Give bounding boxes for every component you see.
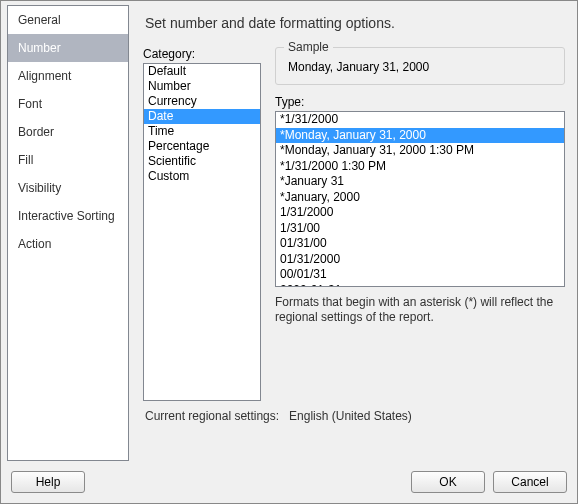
sidebar-item-interactive-sorting[interactable]: Interactive Sorting (8, 202, 128, 230)
type-item[interactable]: *January 31 (276, 174, 564, 190)
ok-button[interactable]: OK (411, 471, 485, 493)
sample-legend: Sample (284, 40, 333, 54)
type-item[interactable]: 1/31/2000 (276, 205, 564, 221)
category-item-time[interactable]: Time (144, 124, 260, 139)
sidebar-item-alignment[interactable]: Alignment (8, 62, 128, 90)
sidebar-item-border[interactable]: Border (8, 118, 128, 146)
category-item-custom[interactable]: Custom (144, 169, 260, 184)
sample-group: Sample Monday, January 31, 2000 (275, 47, 565, 85)
help-button[interactable]: Help (11, 471, 85, 493)
dialog-footer: Help OK Cancel (1, 465, 577, 503)
sidebar-item-number[interactable]: Number (8, 34, 128, 62)
sidebar-item-font[interactable]: Font (8, 90, 128, 118)
type-label: Type: (275, 95, 565, 109)
type-item[interactable]: 2000-01-31 (276, 283, 564, 288)
page-title: Set number and date formatting options. (145, 15, 565, 31)
category-item-percentage[interactable]: Percentage (144, 139, 260, 154)
type-item[interactable]: *1/31/2000 1:30 PM (276, 159, 564, 175)
type-item[interactable]: 01/31/00 (276, 236, 564, 252)
type-item[interactable]: *Monday, January 31, 2000 1:30 PM (276, 143, 564, 159)
category-item-default[interactable]: Default (144, 64, 260, 79)
regional-label: Current regional settings: (145, 409, 279, 423)
category-list[interactable]: DefaultNumberCurrencyDateTimePercentageS… (143, 63, 261, 401)
category-item-number[interactable]: Number (144, 79, 260, 94)
regional-value: English (United States) (289, 409, 412, 423)
category-item-currency[interactable]: Currency (144, 94, 260, 109)
type-item[interactable]: 00/01/31 (276, 267, 564, 283)
category-label: Category: (143, 47, 261, 61)
sample-value: Monday, January 31, 2000 (286, 56, 554, 74)
sidebar-item-fill[interactable]: Fill (8, 146, 128, 174)
type-item[interactable]: *Monday, January 31, 2000 (276, 128, 564, 144)
sidebar-item-action[interactable]: Action (8, 230, 128, 258)
regional-settings: Current regional settings: English (Unit… (145, 409, 565, 423)
format-hint: Formats that begin with an asterisk (*) … (275, 295, 565, 325)
type-list[interactable]: *1/31/2000*Monday, January 31, 2000*Mond… (275, 111, 565, 287)
main-panel: Set number and date formatting options. … (131, 1, 577, 465)
sidebar-list[interactable]: GeneralNumberAlignmentFontBorderFillVisi… (7, 5, 129, 461)
category-item-date[interactable]: Date (144, 109, 260, 124)
sidebar: GeneralNumberAlignmentFontBorderFillVisi… (1, 1, 131, 465)
type-item[interactable]: *1/31/2000 (276, 112, 564, 128)
sidebar-item-general[interactable]: General (8, 6, 128, 34)
sidebar-item-visibility[interactable]: Visibility (8, 174, 128, 202)
type-item[interactable]: 01/31/2000 (276, 252, 564, 268)
type-item[interactable]: 1/31/00 (276, 221, 564, 237)
category-item-scientific[interactable]: Scientific (144, 154, 260, 169)
type-item[interactable]: *January, 2000 (276, 190, 564, 206)
cancel-button[interactable]: Cancel (493, 471, 567, 493)
